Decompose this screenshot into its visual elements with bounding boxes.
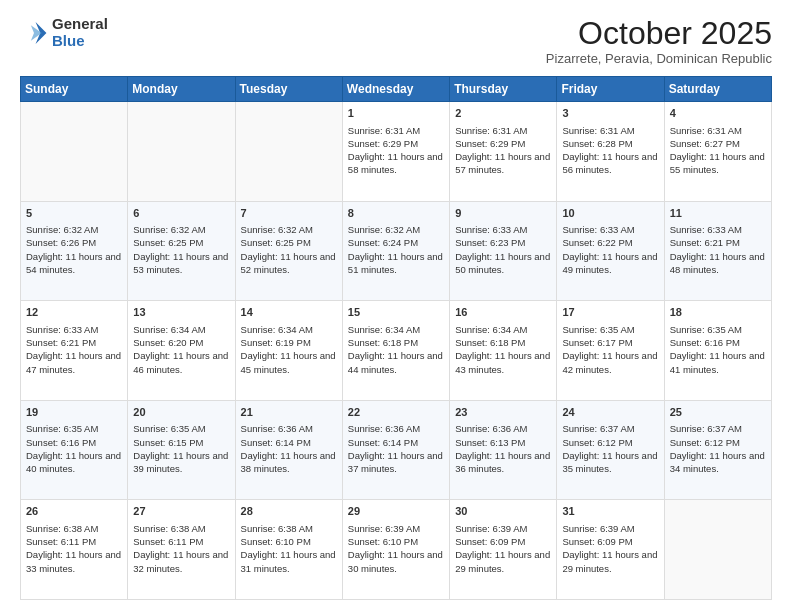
page: General Blue October 2025 Pizarrete, Per… <box>0 0 792 612</box>
calendar-cell: 1Sunrise: 6:31 AMSunset: 6:29 PMDaylight… <box>342 102 449 202</box>
calendar-cell: 23Sunrise: 6:36 AMSunset: 6:13 PMDayligh… <box>450 400 557 500</box>
day-number: 4 <box>670 106 766 121</box>
day-number: 25 <box>670 405 766 420</box>
calendar-week-1: 1Sunrise: 6:31 AMSunset: 6:29 PMDaylight… <box>21 102 772 202</box>
calendar-cell: 14Sunrise: 6:34 AMSunset: 6:19 PMDayligh… <box>235 301 342 401</box>
day-number: 27 <box>133 504 229 519</box>
calendar-cell: 27Sunrise: 6:38 AMSunset: 6:11 PMDayligh… <box>128 500 235 600</box>
weekday-header-sunday: Sunday <box>21 77 128 102</box>
calendar-cell: 21Sunrise: 6:36 AMSunset: 6:14 PMDayligh… <box>235 400 342 500</box>
day-number: 28 <box>241 504 337 519</box>
calendar-cell: 20Sunrise: 6:35 AMSunset: 6:15 PMDayligh… <box>128 400 235 500</box>
day-number: 16 <box>455 305 551 320</box>
day-number: 21 <box>241 405 337 420</box>
day-number: 15 <box>348 305 444 320</box>
calendar-cell: 5Sunrise: 6:32 AMSunset: 6:26 PMDaylight… <box>21 201 128 301</box>
logo-general-text: General <box>52 16 108 33</box>
calendar-cell: 8Sunrise: 6:32 AMSunset: 6:24 PMDaylight… <box>342 201 449 301</box>
day-number: 5 <box>26 206 122 221</box>
calendar-cell: 13Sunrise: 6:34 AMSunset: 6:20 PMDayligh… <box>128 301 235 401</box>
calendar-cell: 9Sunrise: 6:33 AMSunset: 6:23 PMDaylight… <box>450 201 557 301</box>
calendar-cell: 29Sunrise: 6:39 AMSunset: 6:10 PMDayligh… <box>342 500 449 600</box>
calendar-cell: 6Sunrise: 6:32 AMSunset: 6:25 PMDaylight… <box>128 201 235 301</box>
day-number: 13 <box>133 305 229 320</box>
day-number: 17 <box>562 305 658 320</box>
location-subtitle: Pizarrete, Peravia, Dominican Republic <box>546 51 772 66</box>
calendar-cell: 19Sunrise: 6:35 AMSunset: 6:16 PMDayligh… <box>21 400 128 500</box>
weekday-header-monday: Monday <box>128 77 235 102</box>
day-number: 9 <box>455 206 551 221</box>
calendar-cell: 22Sunrise: 6:36 AMSunset: 6:14 PMDayligh… <box>342 400 449 500</box>
calendar-cell: 18Sunrise: 6:35 AMSunset: 6:16 PMDayligh… <box>664 301 771 401</box>
calendar-cell <box>664 500 771 600</box>
weekday-header-friday: Friday <box>557 77 664 102</box>
calendar-cell <box>128 102 235 202</box>
calendar-cell: 4Sunrise: 6:31 AMSunset: 6:27 PMDaylight… <box>664 102 771 202</box>
calendar-cell <box>235 102 342 202</box>
day-number: 7 <box>241 206 337 221</box>
weekday-header-tuesday: Tuesday <box>235 77 342 102</box>
logo-icon <box>20 19 48 47</box>
calendar-table: SundayMondayTuesdayWednesdayThursdayFrid… <box>20 76 772 600</box>
day-number: 11 <box>670 206 766 221</box>
calendar-week-3: 12Sunrise: 6:33 AMSunset: 6:21 PMDayligh… <box>21 301 772 401</box>
day-number: 8 <box>348 206 444 221</box>
calendar-week-2: 5Sunrise: 6:32 AMSunset: 6:26 PMDaylight… <box>21 201 772 301</box>
weekday-header-thursday: Thursday <box>450 77 557 102</box>
day-number: 6 <box>133 206 229 221</box>
calendar-cell: 11Sunrise: 6:33 AMSunset: 6:21 PMDayligh… <box>664 201 771 301</box>
calendar-cell: 3Sunrise: 6:31 AMSunset: 6:28 PMDaylight… <box>557 102 664 202</box>
title-block: October 2025 Pizarrete, Peravia, Dominic… <box>546 16 772 66</box>
day-number: 14 <box>241 305 337 320</box>
calendar-cell: 16Sunrise: 6:34 AMSunset: 6:18 PMDayligh… <box>450 301 557 401</box>
calendar-cell: 15Sunrise: 6:34 AMSunset: 6:18 PMDayligh… <box>342 301 449 401</box>
calendar-cell: 17Sunrise: 6:35 AMSunset: 6:17 PMDayligh… <box>557 301 664 401</box>
day-number: 1 <box>348 106 444 121</box>
calendar-cell: 12Sunrise: 6:33 AMSunset: 6:21 PMDayligh… <box>21 301 128 401</box>
calendar-cell: 28Sunrise: 6:38 AMSunset: 6:10 PMDayligh… <box>235 500 342 600</box>
day-number: 30 <box>455 504 551 519</box>
day-number: 31 <box>562 504 658 519</box>
calendar-cell: 2Sunrise: 6:31 AMSunset: 6:29 PMDaylight… <box>450 102 557 202</box>
day-number: 10 <box>562 206 658 221</box>
weekday-header-wednesday: Wednesday <box>342 77 449 102</box>
calendar-cell: 10Sunrise: 6:33 AMSunset: 6:22 PMDayligh… <box>557 201 664 301</box>
header: General Blue October 2025 Pizarrete, Per… <box>20 16 772 66</box>
calendar-cell: 26Sunrise: 6:38 AMSunset: 6:11 PMDayligh… <box>21 500 128 600</box>
day-number: 19 <box>26 405 122 420</box>
calendar-cell: 25Sunrise: 6:37 AMSunset: 6:12 PMDayligh… <box>664 400 771 500</box>
day-number: 22 <box>348 405 444 420</box>
day-number: 23 <box>455 405 551 420</box>
month-title: October 2025 <box>546 16 772 51</box>
calendar-cell: 31Sunrise: 6:39 AMSunset: 6:09 PMDayligh… <box>557 500 664 600</box>
day-number: 26 <box>26 504 122 519</box>
calendar-week-5: 26Sunrise: 6:38 AMSunset: 6:11 PMDayligh… <box>21 500 772 600</box>
logo-blue-text: Blue <box>52 33 108 50</box>
day-number: 20 <box>133 405 229 420</box>
day-number: 29 <box>348 504 444 519</box>
weekday-header-row: SundayMondayTuesdayWednesdayThursdayFrid… <box>21 77 772 102</box>
calendar-cell: 7Sunrise: 6:32 AMSunset: 6:25 PMDaylight… <box>235 201 342 301</box>
logo: General Blue <box>20 16 108 49</box>
calendar-cell <box>21 102 128 202</box>
calendar-cell: 30Sunrise: 6:39 AMSunset: 6:09 PMDayligh… <box>450 500 557 600</box>
calendar-week-4: 19Sunrise: 6:35 AMSunset: 6:16 PMDayligh… <box>21 400 772 500</box>
day-number: 3 <box>562 106 658 121</box>
day-number: 18 <box>670 305 766 320</box>
day-number: 12 <box>26 305 122 320</box>
calendar-cell: 24Sunrise: 6:37 AMSunset: 6:12 PMDayligh… <box>557 400 664 500</box>
day-number: 2 <box>455 106 551 121</box>
weekday-header-saturday: Saturday <box>664 77 771 102</box>
day-number: 24 <box>562 405 658 420</box>
logo-text: General Blue <box>52 16 108 49</box>
